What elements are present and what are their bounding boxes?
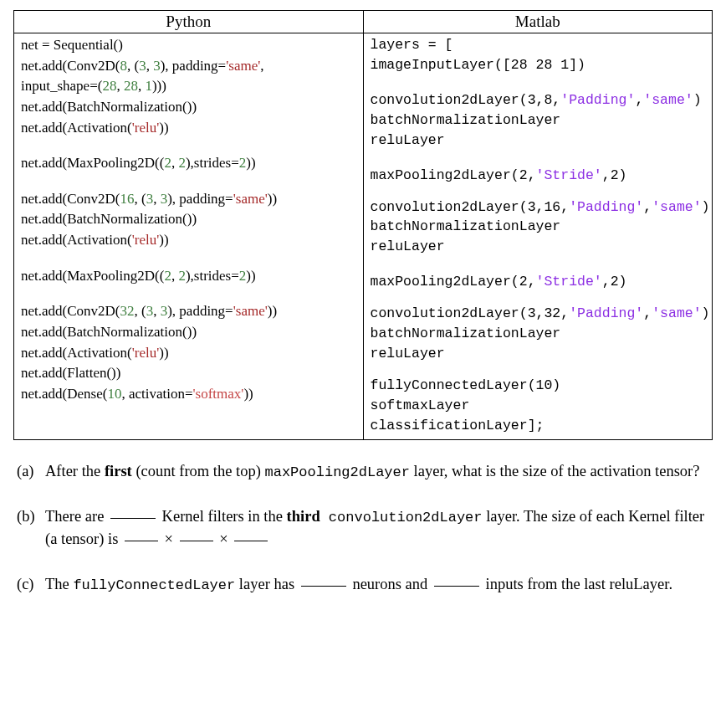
blank-input <box>180 541 213 541</box>
blank-input <box>434 586 479 587</box>
blank-input <box>125 541 158 541</box>
blank-input <box>234 541 268 541</box>
header-matlab: Matlab <box>363 11 713 33</box>
question-list: (a) After the first (count from the top)… <box>13 460 713 597</box>
question-c: (c) The fullyConnectedLayer layer has ne… <box>17 573 706 597</box>
py-line: net = Sequential() <box>21 37 123 53</box>
blank-input <box>110 518 156 519</box>
question-b: (b) There are Kernel filters in the thir… <box>17 505 706 552</box>
code-comparison-table: Python Matlab net = Sequential() net.add… <box>13 10 713 440</box>
blank-input <box>301 586 346 587</box>
question-a: (a) After the first (count from the top)… <box>17 460 706 484</box>
matlab-code-cell: layers = [ imageInputLayer([28 28 1]) co… <box>363 33 713 440</box>
python-code-cell: net = Sequential() net.add(Conv2D(8, (3,… <box>14 33 364 440</box>
header-python: Python <box>14 11 364 33</box>
